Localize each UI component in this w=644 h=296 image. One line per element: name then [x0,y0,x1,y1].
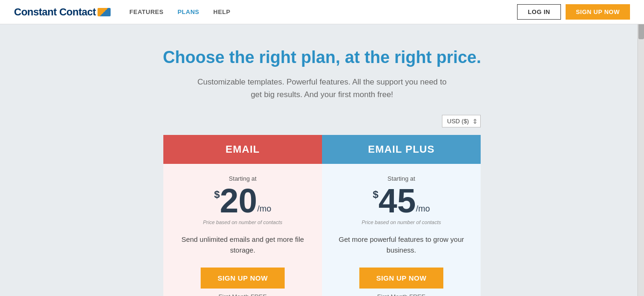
plan-card-email-plus: EMAIL PLUS Starting at $ 45 /mo Price ba… [322,135,481,296]
hero-title: Choose the right plan, at the right pric… [163,48,481,67]
currency-selector-wrap: USD ($) EUR (€) GBP (£) CAD ($) AUD ($) … [163,115,481,127]
nav-plans[interactable]: PLANS [177,8,199,15]
starting-at-email-plus: Starting at [387,175,415,182]
plan-header-email-plus: EMAIL PLUS [322,135,481,164]
currency-select[interactable]: USD ($) EUR (€) GBP (£) CAD ($) AUD ($) [442,115,481,127]
price-note-email-plus: Price based on number of contacts [362,219,441,225]
plan-card-email: EMAIL Starting at $ 20 /mo Price based o… [163,135,322,296]
plan-header-email: EMAIL [163,135,322,164]
nav-features[interactable]: FEATURES [129,8,163,15]
price-per-mo-email: /mo [257,204,271,214]
nav-help[interactable]: HELP [213,8,231,15]
hero-subtitle: Customizable templates. Powerful feature… [191,76,453,101]
logo-icon [98,8,111,16]
signup-email-button[interactable]: SIGN UP NOW [201,268,285,289]
plan-desc-email: Send unlimited emails and get more file … [177,234,308,255]
logo: Constant Contact [14,6,111,18]
starting-at-email: Starting at [229,175,256,182]
plan-body-email-plus: Starting at $ 45 /mo Price based on numb… [322,164,481,296]
scrollbar[interactable] [637,0,644,296]
signup-nav-button[interactable]: SIGN UP NOW [566,4,630,20]
main-content: Choose the right plan, at the right pric… [0,24,644,296]
plan-desc-email-plus: Get more powerful features to grow your … [336,234,467,255]
plan-title-email: EMAIL [225,143,259,155]
plan-body-email: Starting at $ 20 /mo Price based on numb… [163,164,322,296]
signup-email-plus-button[interactable]: SIGN UP NOW [359,268,443,289]
nav-links: FEATURES PLANS HELP [129,8,517,15]
price-note-email: Price based on number of contacts [203,219,282,225]
plans-row: EMAIL Starting at $ 20 /mo Price based o… [163,135,481,296]
currency-wrapper: USD ($) EUR (€) GBP (£) CAD ($) AUD ($) … [442,115,481,127]
logo-text: Constant Contact [14,6,96,18]
nav-actions: LOG IN SIGN UP NOW [517,4,630,20]
navbar: Constant Contact FEATURES PLANS HELP LOG… [0,0,644,24]
login-button[interactable]: LOG IN [517,4,561,20]
first-month-email: First Month FREE [218,293,266,296]
price-row-email-plus: $ 45 /mo [373,184,430,218]
price-row-email: $ 20 /mo [214,184,271,218]
price-amount-email-plus: 45 [378,184,416,218]
plan-title-email-plus: EMAIL PLUS [368,143,435,155]
dollar-sign-email: $ [214,189,220,201]
dollar-sign-email-plus: $ [373,189,378,201]
first-month-email-plus: First Month FREE [377,293,425,296]
price-amount-email: 20 [220,184,257,218]
price-per-mo-email-plus: /mo [416,204,430,214]
